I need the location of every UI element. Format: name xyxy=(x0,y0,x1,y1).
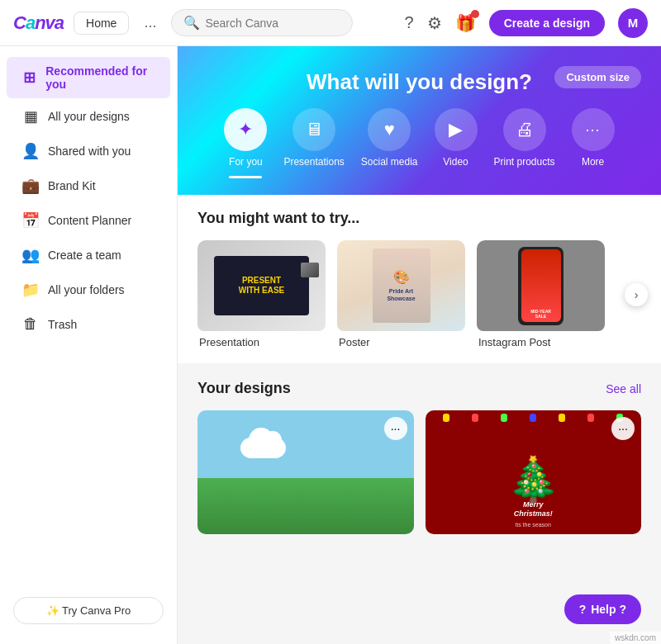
home-icon: ⊞ xyxy=(21,69,37,87)
sidebar-label-shared: Shared with you xyxy=(48,144,131,158)
help-button[interactable]: ? Help ? xyxy=(564,594,641,624)
gift-icon[interactable]: 🎁 xyxy=(455,13,476,33)
category-more-label: More xyxy=(582,156,604,168)
sidebar-item-team[interactable]: 👥 Create a team xyxy=(7,239,170,272)
design-card-landscape[interactable]: ··· xyxy=(197,410,414,534)
presentation-thumbnail: PRESENTWITH EASE xyxy=(197,240,326,331)
watermark: wskdn.com xyxy=(610,632,661,644)
try-card-presentation[interactable]: PRESENTWITH EASE Presentation xyxy=(197,240,326,348)
search-input[interactable] xyxy=(205,17,340,30)
main-layout: ⊞ Recommended for you ▦ All your designs… xyxy=(0,46,661,644)
sidebar-item-folders[interactable]: 📁 All your folders xyxy=(7,273,170,306)
designs-section: Your designs See all ··· xyxy=(178,363,661,551)
christmas-subtext: tis the season xyxy=(516,522,551,528)
avatar[interactable]: M xyxy=(618,8,648,38)
sidebar-bottom: ✨ Try Canva Pro xyxy=(0,587,177,634)
grid-icon: ▦ xyxy=(21,107,40,125)
design-menu-christmas[interactable]: ··· xyxy=(611,417,635,440)
try-pro-button[interactable]: ✨ Try Canva Pro xyxy=(13,597,164,624)
category-for-you-label: For you xyxy=(229,156,263,168)
category-video-label: Video xyxy=(443,156,468,168)
print-icon: 🖨 xyxy=(503,108,546,151)
nav-icons: ? ⚙ 🎁 Create a design M xyxy=(405,8,648,38)
category-video[interactable]: ▶ Video xyxy=(435,108,478,178)
sidebar: ⊞ Recommended for you ▦ All your designs… xyxy=(0,46,178,644)
hero-title: What will you design? xyxy=(307,69,532,95)
folder-icon: 📁 xyxy=(21,281,40,299)
video-icon: ▶ xyxy=(435,108,478,151)
instagram-thumbnail: MID-YEARSALE xyxy=(477,240,605,331)
sidebar-label-folders: All your folders xyxy=(48,283,125,296)
poster-thumbnail: 🎨 Pride ArtShowcase xyxy=(337,240,465,331)
christmas-tree-emoji: 🎄 xyxy=(506,457,560,500)
instagram-label: Instagram Post xyxy=(477,336,605,348)
try-card-poster[interactable]: 🎨 Pride ArtShowcase Poster xyxy=(337,240,465,348)
top-navigation: Canva Home ... 🔍 ? ⚙ 🎁 Create a design M xyxy=(0,0,661,46)
presentations-icon: 🖥 xyxy=(292,108,335,151)
sidebar-label-all-designs: All your designs xyxy=(48,110,130,123)
category-for-you[interactable]: ✦ For you xyxy=(224,108,267,178)
see-all-button[interactable]: See all xyxy=(606,382,641,395)
category-print-label: Print products xyxy=(494,156,555,168)
sidebar-label-recommended: Recommended for you xyxy=(45,64,155,91)
settings-icon[interactable]: ⚙ xyxy=(427,13,442,33)
christmas-thumbnail: 🎄 MerryChristmas! tis the season xyxy=(426,410,642,534)
active-underline xyxy=(229,176,262,178)
design-menu-landscape[interactable]: ··· xyxy=(384,417,407,440)
sidebar-item-recommended[interactable]: ⊞ Recommended for you xyxy=(7,57,170,98)
category-more[interactable]: ··· More xyxy=(572,108,615,178)
sidebar-item-brand[interactable]: 💼 Brand Kit xyxy=(7,169,170,202)
calendar-icon: 📅 xyxy=(21,211,40,230)
sidebar-label-brand: Brand Kit xyxy=(48,179,96,192)
home-button[interactable]: Home xyxy=(74,12,129,35)
designs-header: Your designs See all xyxy=(197,380,641,397)
hero-banner: What will you design? Custom size ✦ For … xyxy=(178,46,661,195)
share-icon: 👤 xyxy=(21,142,40,160)
category-presentations-label: Presentations xyxy=(283,156,344,168)
sidebar-item-planner[interactable]: 📅 Content Planner xyxy=(7,204,170,237)
help-label: Help ? xyxy=(591,603,626,616)
design-categories: ✦ For you 🖥 Presentations ♥ Social media… xyxy=(224,108,614,178)
more-nav-button[interactable]: ... xyxy=(139,11,161,35)
presentation-label: Presentation xyxy=(197,336,326,348)
try-section: You might want to try... PRESENTWITH EAS… xyxy=(178,195,661,363)
more-icon: ··· xyxy=(572,108,615,151)
christmas-text: MerryChristmas! xyxy=(514,500,553,519)
sidebar-item-shared[interactable]: 👤 Shared with you xyxy=(7,135,170,168)
carousel-next-button[interactable]: › xyxy=(625,283,648,306)
try-section-title: You might want to try... xyxy=(197,210,359,227)
help-icon: ? xyxy=(579,603,587,616)
designs-title: Your designs xyxy=(197,380,291,397)
poster-label: Poster xyxy=(337,336,465,348)
brand-icon: 💼 xyxy=(21,177,40,195)
custom-size-button[interactable]: Custom size xyxy=(554,66,641,88)
try-cards-list: PRESENTWITH EASE Presentation xyxy=(197,240,641,348)
sidebar-label-planner: Content Planner xyxy=(48,214,131,227)
search-icon: 🔍 xyxy=(183,15,200,31)
design-card-christmas[interactable]: 🎄 MerryChristmas! tis the season ··· xyxy=(426,410,642,534)
category-social-media[interactable]: ♥ Social media xyxy=(361,108,418,178)
social-media-icon: ♥ xyxy=(368,108,411,151)
help-icon[interactable]: ? xyxy=(405,13,414,32)
category-presentations[interactable]: 🖥 Presentations xyxy=(283,108,344,178)
sidebar-label-team: Create a team xyxy=(48,249,121,262)
trash-icon: 🗑 xyxy=(21,315,40,333)
canva-logo[interactable]: Canva xyxy=(13,12,64,34)
try-card-instagram[interactable]: MID-YEARSALE Instagram Post xyxy=(477,240,605,348)
main-content: What will you design? Custom size ✦ For … xyxy=(178,46,661,644)
category-social-label: Social media xyxy=(361,156,418,168)
sidebar-item-trash[interactable]: 🗑 Trash xyxy=(7,308,170,340)
create-design-button[interactable]: Create a design xyxy=(489,10,605,36)
category-print[interactable]: 🖨 Print products xyxy=(494,108,555,178)
gift-badge xyxy=(471,10,479,18)
for-you-icon: ✦ xyxy=(224,108,267,151)
search-bar: 🔍 xyxy=(171,9,353,36)
try-cards-container: PRESENTWITH EASE Presentation xyxy=(197,240,641,348)
landscape-thumbnail xyxy=(197,410,414,534)
designs-grid: ··· xyxy=(197,410,641,534)
try-section-header: You might want to try... xyxy=(197,210,641,227)
team-icon: 👥 xyxy=(21,246,40,264)
sidebar-item-all-designs[interactable]: ▦ All your designs xyxy=(7,100,170,133)
sidebar-label-trash: Trash xyxy=(48,318,77,331)
